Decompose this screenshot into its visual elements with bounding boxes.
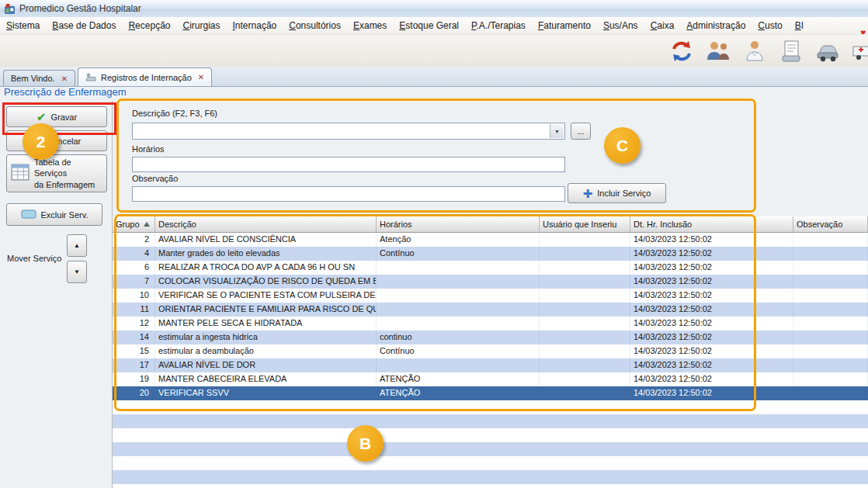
table-row[interactable]: 7COLOCAR VISUALIZAÇÃO DE RISCO DE QUEDA … <box>113 275 868 289</box>
cell-usuario <box>540 275 630 289</box>
table-row[interactable]: 17AVALIAR NÍVEL DE DOR14/03/2023 12:50:0… <box>113 358 868 372</box>
cell-dthr-inclusao: 14/03/2023 12:50:02 <box>630 275 793 289</box>
column-header-descricao[interactable]: Descrição <box>155 216 377 232</box>
column-header-observacao[interactable]: Observação <box>793 216 868 232</box>
column-header-usuario[interactable]: Usuário que Inseriu <box>540 216 630 232</box>
tab-close-icon[interactable]: ✕ <box>198 73 204 81</box>
table-row[interactable]: 6REALIZAR A TROCA DO AVP A CADA 96 H OU … <box>113 261 868 275</box>
table-icon <box>11 164 30 183</box>
cell-horarios <box>377 289 540 303</box>
menu-item-estoque-geral[interactable]: Estoque Geral <box>393 18 465 33</box>
cell-grupo: 10 <box>113 289 155 303</box>
cell-observacao <box>793 289 868 303</box>
horarios-input[interactable] <box>132 157 565 172</box>
doctor-icon[interactable] <box>740 37 769 65</box>
menu-item-administra-o[interactable]: Administração <box>680 18 752 33</box>
cell-grupo: 15 <box>113 344 155 358</box>
cell-usuario <box>540 358 630 372</box>
menu-item-exames[interactable]: Exames <box>347 18 393 33</box>
cell-descricao: Manter grades do leito elevadas <box>155 247 377 261</box>
services-grid: Grupo Descrição Horários Usuário que Ins… <box>113 216 868 488</box>
menu-item-sistema[interactable]: Sistema <box>0 18 46 33</box>
column-header-dthr-inclusao[interactable]: Dt. Hr. Inclusão <box>630 216 793 232</box>
cell-horarios <box>377 358 540 372</box>
up-arrow-icon: ▲ <box>74 242 80 249</box>
cell-dthr-inclusao: 14/03/2023 12:50:02 <box>630 358 793 372</box>
cell-observacao <box>793 233 868 247</box>
cell-grupo: 2 <box>113 233 155 247</box>
empty-row <box>113 470 868 484</box>
cell-horarios <box>377 303 540 317</box>
table-row[interactable]: 15estimular a deambulaçãoContínuo14/03/2… <box>113 344 868 358</box>
menu-item-recep-o[interactable]: Recepção <box>122 18 176 33</box>
incluir-servico-label: Incluir Serviço <box>597 189 651 198</box>
menu-item-sus-ans[interactable]: Sus/Ans <box>597 18 644 33</box>
cell-horarios <box>377 275 540 289</box>
cell-usuario <box>540 289 630 303</box>
empty-row <box>113 456 868 470</box>
menu-item-consult-rios[interactable]: Consultórios <box>283 18 347 33</box>
incluir-servico-button[interactable]: ✚ Incluir Serviço <box>568 183 666 203</box>
cell-descricao: ORIENTAR PACIENTE E FAMILIAR PARA RISCO … <box>155 303 377 317</box>
cancel-x-icon: ✖ <box>33 135 43 147</box>
menu-item-custo[interactable]: Custo <box>752 18 788 33</box>
tab-close-icon[interactable]: ✕ <box>61 74 68 83</box>
ambulance-icon[interactable] <box>849 37 868 65</box>
menu-item-bi[interactable]: BI <box>789 18 810 33</box>
cell-observacao <box>793 303 868 317</box>
observacao-input[interactable] <box>132 186 565 202</box>
cell-dthr-inclusao: 14/03/2023 12:50:02 <box>630 372 793 386</box>
table-row[interactable]: 12MANTER PELE SECA E HIDRATADA14/03/2023… <box>113 317 868 331</box>
chevron-down-icon[interactable]: ▼ <box>550 124 564 138</box>
table-row[interactable]: 4Manter grades do leito elevadasContínuo… <box>113 247 868 261</box>
page-title: Prescrição de Enfermagem <box>4 86 127 98</box>
menu-item-base-de-dados[interactable]: Base de Dados <box>46 18 122 33</box>
table-row[interactable]: 19MANTER CABECEIRA ELEVADAATENÇÃO14/03/2… <box>113 372 868 386</box>
grid-header: Grupo Descrição Horários Usuário que Ins… <box>113 216 868 233</box>
app-logo-icon <box>4 3 16 15</box>
cell-usuario <box>540 261 630 275</box>
cell-descricao: AVALIAR NÍVEL DE CONSCIÊNCIA <box>155 233 377 247</box>
report-icon[interactable] <box>776 37 806 65</box>
table-row[interactable]: 11ORIENTAR PACIENTE E FAMILIAR PARA RISC… <box>113 303 868 317</box>
mover-up-button[interactable]: ▲ <box>67 234 87 257</box>
table-row[interactable]: 2AVALIAR NÍVEL DE CONSCIÊNCIAAtenção14/0… <box>113 233 868 247</box>
table-row[interactable]: 20VERIFICAR SSVVATENÇÃO14/03/2023 12:50:… <box>113 386 868 400</box>
cell-usuario <box>540 372 630 386</box>
cell-descricao: MANTER CABECEIRA ELEVADA <box>155 372 377 386</box>
tab-bem-vindo[interactable]: Bem Vindo. ✕ <box>3 70 75 86</box>
mover-servico-label: Mover Serviço <box>7 254 61 263</box>
sync-icon[interactable] <box>667 37 696 65</box>
descricao-combobox[interactable]: ▼ <box>132 123 565 140</box>
menu-item-cirurgias[interactable]: Cirurgias <box>176 18 226 33</box>
table-row[interactable]: 10VERIFICAR SE O PACIENTE ESTA COM PULSE… <box>113 289 868 303</box>
window-title: Promedico Gestão Hospitalar <box>19 3 141 14</box>
tab-registros-de-internacao[interactable]: Registros de Internação ✕ <box>78 67 212 86</box>
empty-row <box>113 428 868 442</box>
car-icon[interactable] <box>813 37 842 65</box>
cancelar-button[interactable]: ✖ Cancelar <box>6 130 107 151</box>
excluir-servico-button[interactable]: Excluir Serv. <box>6 203 102 226</box>
browse-button[interactable]: ... <box>571 123 591 140</box>
menu-item-p-a-terapias[interactable]: P.A./Terapias <box>465 18 532 33</box>
patients-icon[interactable] <box>703 37 733 65</box>
tab-label: Bem Vindo. <box>11 74 55 83</box>
descricao-input[interactable] <box>133 123 554 139</box>
gravar-button[interactable]: ✔ Gravar <box>6 106 107 127</box>
column-header-horarios[interactable]: Horários <box>377 216 540 232</box>
empty-row <box>113 442 868 456</box>
cell-dthr-inclusao: 14/03/2023 12:50:02 <box>630 233 793 247</box>
internacao-icon <box>85 72 97 82</box>
column-header-grupo[interactable]: Grupo <box>113 216 155 232</box>
cell-horarios: Contínuo <box>377 247 540 261</box>
menu-item-interna-o[interactable]: Internação <box>227 18 283 33</box>
table-row[interactable]: 14estimular a ingesta hidricacontinuo14/… <box>113 331 868 344</box>
tabela-servicos-button[interactable]: Tabela de Serviços da Enfermagem <box>6 154 107 192</box>
cell-grupo: 12 <box>113 317 155 331</box>
cell-observacao <box>793 331 868 344</box>
empty-row <box>113 484 868 488</box>
mover-down-button[interactable]: ▼ <box>67 261 87 283</box>
menu-item-caixa[interactable]: Caixa <box>644 18 681 33</box>
menu-item-faturamento[interactable]: Faturamento <box>532 18 597 33</box>
cell-observacao <box>793 372 868 386</box>
